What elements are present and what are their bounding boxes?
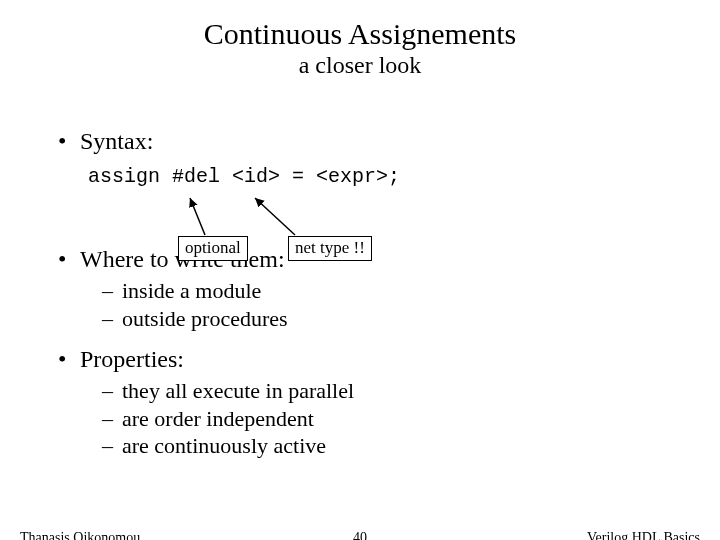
bullet-syntax: • Syntax: [58,128,680,155]
bullet-dot-icon: • [58,128,80,155]
where-list: – inside a module – outside procedures [102,277,680,332]
callout-group: optional net type !! [178,236,478,276]
slide: Continuous Assignements a closer look • … [0,18,720,540]
bullet-props-text: Properties: [80,346,184,373]
slide-title: Continuous Assignements [0,18,720,50]
callout-optional: optional [178,236,248,261]
footer-page-number: 40 [20,530,700,540]
bullet-props: • Properties: [58,346,680,373]
where-item-a: inside a module [122,277,261,305]
list-item: – are continuously active [102,432,680,460]
slide-subtitle: a closer look [0,52,720,79]
dash-icon: – [102,405,122,433]
syntax-code: assign #del <id> = <expr>; [88,165,680,188]
bullet-dot-icon: • [58,246,80,273]
dash-icon: – [102,305,122,333]
slide-body: • Syntax: assign #del <id> = <expr>; opt… [58,128,680,460]
props-list: – they all execute in parallel – are ord… [102,377,680,460]
footer: Thanasis Oikonomou 40 Verilog HDL Basics [20,530,700,540]
dash-icon: – [102,277,122,305]
list-item: – are order independent [102,405,680,433]
list-item: – they all execute in parallel [102,377,680,405]
list-item: – outside procedures [102,305,680,333]
props-item-a: they all execute in parallel [122,377,354,405]
callout-nettype: net type !! [288,236,372,261]
dash-icon: – [102,377,122,405]
where-item-b: outside procedures [122,305,288,333]
list-item: – inside a module [102,277,680,305]
props-item-b: are order independent [122,405,314,433]
bullet-syntax-text: Syntax: [80,128,153,155]
props-item-c: are continuously active [122,432,326,460]
bullet-dot-icon: • [58,346,80,373]
dash-icon: – [102,432,122,460]
